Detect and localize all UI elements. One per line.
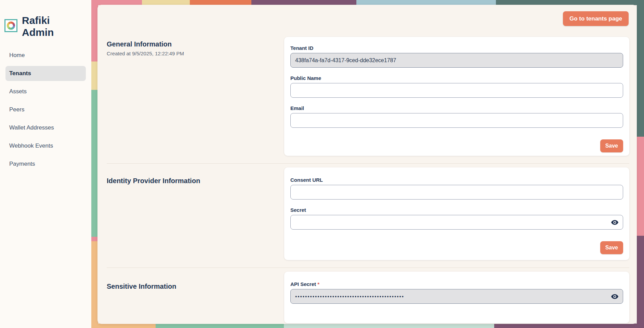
brand: Rafiki Admin: [0, 0, 91, 38]
consent-url-label: Consent URL: [290, 177, 623, 183]
idp-form-panel: Consent URL Secret: [284, 167, 629, 260]
general-section-header: General Information Created at 9/5/2025,…: [107, 37, 284, 156]
sidebar-item-home[interactable]: Home: [5, 48, 86, 63]
sidebar-nav: Home Tenants Assets Peers Wallet Address…: [0, 48, 91, 172]
sensitive-section-title: Sensitive Information: [107, 283, 274, 290]
idp-section-header: Identity Provider Information: [107, 167, 284, 260]
sensitive-form-panel: API Secret *: [284, 272, 629, 323]
rafiki-ring-logo-icon: [4, 19, 17, 32]
public-name-field[interactable]: [290, 83, 623, 98]
public-name-label: Public Name: [290, 75, 623, 81]
sidebar-item-peers[interactable]: Peers: [5, 102, 86, 117]
app-title: Rafiki Admin: [22, 14, 54, 38]
sidebar-item-payments[interactable]: Payments: [5, 156, 86, 172]
eye-icon[interactable]: [611, 218, 619, 226]
created-at-text: Created at 9/5/2025, 12:22:49 PM: [107, 51, 274, 56]
secret-label: Secret: [290, 207, 623, 213]
app-title-line1: Rafiki: [22, 14, 54, 26]
email-label: Email: [290, 105, 623, 111]
tenant-id-field[interactable]: [290, 53, 623, 68]
email-field[interactable]: [290, 113, 623, 128]
sidebar-item-webhook-events[interactable]: Webhook Events: [5, 138, 86, 153]
secret-field[interactable]: [290, 215, 623, 230]
idp-save-button[interactable]: Save: [600, 241, 623, 254]
api-secret-label-text: API Secret: [290, 281, 316, 287]
section-general-information: General Information Created at 9/5/2025,…: [107, 37, 629, 156]
section-divider: [107, 268, 629, 268]
sidebar-item-tenants[interactable]: Tenants: [5, 66, 86, 81]
go-to-tenants-button[interactable]: Go to tenants page: [563, 11, 629, 26]
section-identity-provider: Identity Provider Information Consent UR…: [107, 167, 629, 260]
sensitive-section-header: Sensitive Information: [107, 272, 284, 323]
section-sensitive-information: Sensitive Information API Secret *: [107, 272, 629, 323]
tenant-id-label: Tenant ID: [290, 45, 623, 51]
eye-icon[interactable]: [611, 292, 619, 300]
tenant-detail-content: General Information Created at 9/5/2025,…: [97, 5, 637, 323]
bg-right-strip: [637, 0, 644, 328]
required-asterisk: *: [317, 281, 319, 287]
general-form-panel: Tenant ID Public Name Email Save: [284, 37, 629, 156]
general-section-title: General Information: [107, 40, 274, 48]
consent-url-field[interactable]: [290, 185, 623, 200]
bg-left-strip: [91, 0, 98, 328]
main-card: Go to tenants page General Information C…: [97, 5, 637, 324]
logo-color-ring: [7, 22, 15, 30]
sidebar: Rafiki Admin Home Tenants Assets Peers W…: [0, 0, 91, 328]
logo-ring-hole: [9, 24, 13, 28]
idp-section-title: Identity Provider Information: [107, 177, 274, 185]
api-secret-field[interactable]: [290, 289, 623, 304]
section-divider: [107, 163, 629, 164]
bg-bottom-strip: [91, 324, 644, 328]
api-secret-label: API Secret *: [290, 281, 623, 287]
sidebar-item-assets[interactable]: Assets: [5, 84, 86, 99]
sidebar-item-wallet-addresses[interactable]: Wallet Addresses: [5, 120, 86, 135]
app-title-line2: Admin: [22, 26, 54, 38]
general-save-button[interactable]: Save: [600, 139, 623, 152]
